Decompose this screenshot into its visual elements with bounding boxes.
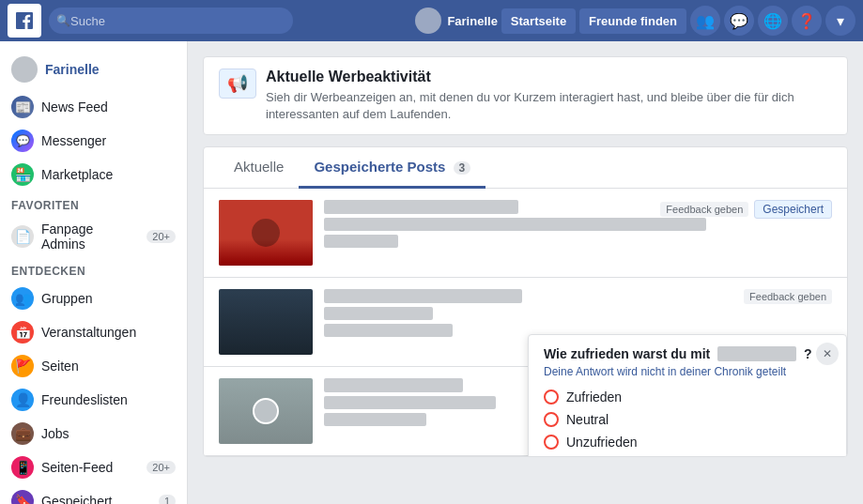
groups-icon: 👥 <box>11 287 34 310</box>
sidebar-item-label: Seiten-Feed <box>41 460 113 475</box>
sidebar-item-label: News Feed <box>41 99 108 115</box>
search-icon: 🔍 <box>56 14 70 27</box>
posts-list: Du hast vor em 21. Juli gespeichert. Die… <box>204 189 847 456</box>
fanpage-icon: 📄 <box>11 225 34 248</box>
nav-profile[interactable]: Farinelle <box>415 8 497 34</box>
main-content: 📢 Aktuelle Werbeaktivität Sieh dir Werbe… <box>188 41 863 504</box>
option-label-zufrieden: Zufrieden <box>566 389 622 405</box>
sidebar-username: Farinelle <box>45 62 100 77</box>
gespeichert-icon: 🔖 <box>11 490 34 504</box>
table-row: Du hast vor em 10. July gespeichert. Imm… <box>204 278 847 367</box>
sidebar-item-label: Marketplace <box>41 167 113 182</box>
fanpage-badge: 20+ <box>146 230 176 243</box>
chevron-down-icon-button[interactable]: ▾ <box>825 6 855 36</box>
sidebar-item-label: Veranstaltungen <box>41 325 136 340</box>
jobs-icon: 💼 <box>11 422 34 445</box>
sidebar-item-gruppen[interactable]: 👥 Gruppen <box>0 282 187 315</box>
sidebar-item-seiten-feed[interactable]: 📱 Seiten-Feed 20+ <box>0 451 187 484</box>
sidebar-item-jobs[interactable]: 💼 Jobs <box>0 417 187 451</box>
sidebar-item-freundeslisten[interactable]: 👤 Freundeslisten <box>0 383 187 417</box>
option-label-unzufrieden: Unzufrieden <box>566 435 638 450</box>
messenger-icon: 💬 <box>11 130 34 152</box>
sidebar-item-label: Gespeichert <box>41 494 112 504</box>
ad-header-title: Aktuelle Werbeaktivität <box>266 69 832 85</box>
sidebar: Farinelle 📰 News Feed 💬 Messenger 🏪 Mark… <box>0 41 188 504</box>
facebook-logo <box>8 4 41 38</box>
sidebar-item-gespeichert[interactable]: 🔖 Gespeichert 1 <box>0 484 187 504</box>
news-feed-icon: 📰 <box>11 96 34 118</box>
radio-neutral[interactable] <box>544 412 559 427</box>
post-company-name: Immobilien•Omnibul <box>324 307 832 320</box>
post-sub-text: Die legendären Tänzerin des Kapitan Abre… <box>324 218 832 231</box>
sidebar-item-marketplace[interactable]: 🏪 Marketplace <box>0 158 187 191</box>
top-navigation: 🔍 Farinelle Startseite Freunde finden 👥 … <box>0 0 863 41</box>
help-icon-button[interactable]: ❓ <box>792 6 822 36</box>
events-icon: 📅 <box>11 321 34 344</box>
search-bar[interactable]: 🔍 <box>49 8 293 34</box>
sidebar-avatar <box>11 56 38 83</box>
feedback-label[interactable]: Feedback geben <box>660 202 748 217</box>
post-thumbnail <box>219 200 313 266</box>
ad-header-text: Aktuelle Werbeaktivität Sieh dir Werbean… <box>266 69 832 123</box>
messages-icon-button[interactable]: 💬 <box>724 6 754 36</box>
ad-activity-header: 📢 Aktuelle Werbeaktivität Sieh dir Werbe… <box>203 56 848 135</box>
pages-icon: 🚩 <box>11 355 34 377</box>
post-extra-text: kapitan abrego <box>324 235 832 248</box>
post-meta: Feedback geben <box>744 289 832 304</box>
popup-subtitle: Deine Antwort wird nicht in deiner Chron… <box>544 365 831 378</box>
post-meta: Feedback geben Gespeichert <box>660 200 832 219</box>
sidebar-item-veranstaltungen[interactable]: 📅 Veranstaltungen <box>0 315 187 349</box>
tab-gespeicherte[interactable]: Gespeicherte Posts 3 <box>299 147 485 189</box>
sidebar-item-label: Freundeslisten <box>41 392 128 407</box>
favoriten-section-label: Favoriten <box>0 191 187 216</box>
sidebar-item-fanpage-admins[interactable]: 📄 Fanpage Admins 20+ <box>0 216 187 257</box>
tab-aktuelle[interactable]: Aktuelle <box>219 147 299 189</box>
username-label: Farinelle <box>447 14 497 28</box>
sidebar-item-seiten[interactable]: 🚩 Seiten <box>0 349 187 383</box>
popup-title: Wie zufrieden warst du mit Firma GmbH ? <box>544 346 831 361</box>
entdecken-section-label: Entdecken <box>0 257 187 282</box>
sidebar-item-label: Seiten <box>41 359 79 374</box>
find-friends-button[interactable]: Freunde finden <box>579 8 686 34</box>
friends-list-icon: 👤 <box>11 389 34 411</box>
nav-right: Farinelle Startseite Freunde finden 👥 💬 … <box>415 6 855 36</box>
popup-option-unzufrieden[interactable]: Unzufrieden <box>544 435 831 450</box>
post-thumbnail <box>219 289 313 355</box>
search-input[interactable] <box>70 14 285 28</box>
avatar <box>415 8 441 34</box>
sidebar-item-messenger[interactable]: 💬 Messenger <box>0 124 187 158</box>
tabs-container: Aktuelle Gespeicherte Posts 3 Du hast vo… <box>203 146 848 457</box>
tabs-bar: Aktuelle Gespeicherte Posts 3 <box>204 147 847 189</box>
friends-icon-button[interactable]: 👥 <box>690 6 720 36</box>
sidebar-user[interactable]: Farinelle <box>0 49 187 90</box>
radio-zufrieden[interactable] <box>544 389 559 405</box>
sidebar-item-label: Fanpage Admins <box>41 221 139 252</box>
table-row: Du hast vor em 21. Juli gespeichert. Die… <box>204 189 847 278</box>
ad-header-description: Sieh dir Werbeanzeigen an, mit denen du … <box>266 89 832 123</box>
sidebar-item-label: Messenger <box>41 133 106 148</box>
globe-icon-button[interactable]: 🌐 <box>758 6 788 36</box>
sidebar-item-news-feed[interactable]: 📰 News Feed <box>0 90 187 124</box>
seiten-feed-badge: 20+ <box>146 461 176 474</box>
marketplace-icon: 🏪 <box>11 163 34 186</box>
popup-option-zufrieden[interactable]: Zufrieden <box>544 389 831 405</box>
popup-option-neutral[interactable]: Neutral <box>544 412 831 427</box>
radio-unzufrieden[interactable] <box>544 435 559 450</box>
post-thumbnail <box>219 378 313 444</box>
sidebar-item-label: Gruppen <box>41 291 92 306</box>
seiten-feed-icon: 📱 <box>11 456 34 479</box>
satisfaction-popup: ✕ Wie zufrieden warst du mit Firma GmbH … <box>528 334 847 457</box>
gespeichert-badge: 1 <box>159 495 176 504</box>
sidebar-item-label: Jobs <box>41 426 69 441</box>
feedback-label[interactable]: Feedback geben <box>744 289 832 304</box>
popup-close-button[interactable]: ✕ <box>816 343 839 365</box>
gespeichert-button[interactable]: Gespeichert <box>754 200 832 219</box>
home-button[interactable]: Startseite <box>501 8 576 34</box>
option-label-neutral: Neutral <box>566 412 609 427</box>
ad-icon: 📢 <box>219 69 256 99</box>
gespeicherte-tab-badge: 3 <box>454 161 471 175</box>
